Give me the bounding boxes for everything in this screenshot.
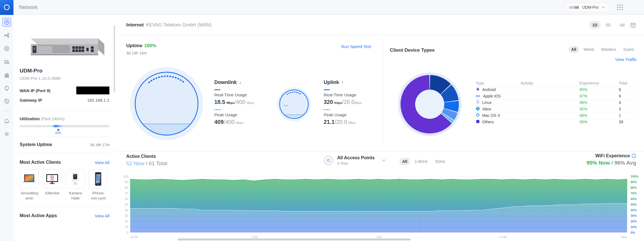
- device-type-label: Mac OS X: [482, 113, 500, 118]
- client-device-types-section: Client Device Types All Wired Wireless G…: [383, 35, 644, 151]
- uptime-duration: 3d 19h 14m: [126, 51, 156, 55]
- uplink-title: Uplink↑: [324, 79, 388, 85]
- device-type-row[interactable]: Android95%8: [476, 86, 636, 93]
- client-thumb-iobroker[interactable]: [43, 169, 62, 188]
- nav-threat-management[interactable]: [3, 97, 11, 106]
- internet-header: Internet KEVAG Telekom GmbH (WAN) 1D 5D …: [116, 15, 644, 35]
- console-selector[interactable]: UDM-Pro: [565, 2, 610, 12]
- experience-value: 96%: [579, 100, 619, 105]
- uplink-stats: Uplink↑ Real-Time Usage 320 Kbps/20.0Mbp…: [324, 79, 388, 125]
- cdt-tab-guest[interactable]: Guest: [621, 46, 637, 53]
- band-tab-5ghz[interactable]: 5GHz: [432, 158, 448, 165]
- realtime-legend-marker: [324, 89, 330, 90]
- client-name: KameraHalle: [66, 191, 85, 201]
- panel-scrollbar[interactable]: [114, 25, 115, 93]
- active-clients-counts: 52 Now / 61 Total: [126, 160, 167, 167]
- band-tab-24ghz[interactable]: 2.4GHz: [412, 158, 431, 165]
- down-arrow-icon: ↓: [239, 80, 241, 85]
- device-type-label: Xbox: [482, 107, 491, 111]
- range-tab-5d[interactable]: 5D: [603, 21, 614, 29]
- nav-clients[interactable]: [3, 58, 11, 66]
- svg-text:iOS: iOS: [476, 95, 480, 97]
- device-type-label: Android: [482, 87, 496, 92]
- panel-divider: [20, 153, 109, 153]
- experience-value: 97%: [579, 94, 619, 98]
- nav-topology[interactable]: [3, 31, 11, 40]
- apps-view-all-link[interactable]: View All: [95, 213, 109, 218]
- wifi-experience-title: WiFi Experience i: [586, 153, 636, 158]
- experience-value: 95%: [579, 120, 619, 124]
- run-speed-test-link[interactable]: Run Speed Test: [341, 44, 371, 49]
- info-icon[interactable]: i: [632, 154, 636, 158]
- topology-icon: [4, 32, 10, 38]
- cdt-tab-wireless[interactable]: Wireless: [598, 46, 619, 53]
- nav-settings[interactable]: [3, 130, 11, 138]
- user-avatar[interactable]: [630, 3, 638, 11]
- client-thumb-kamera-halle[interactable]: [66, 169, 85, 188]
- horizontal-scrollbar[interactable]: [178, 238, 411, 240]
- client-thumb-airvonbenjamin[interactable]: [20, 169, 39, 188]
- wan-ip-row: WAN IP (Port 9): [20, 87, 109, 94]
- most-active-clients-title: Most Active Clients: [20, 160, 61, 165]
- svg-text:30: 30: [125, 214, 128, 217]
- downlink-realtime-value: 18.5 Mbps/400 Mbps: [214, 99, 279, 105]
- svg-text:0%: 0%: [631, 231, 635, 234]
- realtime-legend-marker: [214, 89, 220, 90]
- nav-insights[interactable]: [3, 84, 11, 92]
- svg-text:0: 0: [127, 231, 128, 234]
- app-grid-icon[interactable]: [617, 4, 623, 11]
- svg-text:50: 50: [125, 203, 128, 206]
- experience-value: 98%: [579, 113, 619, 118]
- gateway-ip-label: Gateway IP: [20, 98, 42, 103]
- svg-text:40: 40: [125, 208, 128, 212]
- others-icon: [476, 119, 480, 124]
- unifi-logo-icon: [3, 4, 10, 11]
- svg-text:70: 70: [125, 192, 128, 195]
- linux-icon: [476, 100, 480, 105]
- top-bar: Network UDM-Pro: [0, 0, 644, 15]
- device-type-row[interactable]: Others95%39: [476, 119, 636, 125]
- device-type-row[interactable]: Mac OS X98%1: [476, 112, 636, 119]
- downlink-peak-value: 409/400 Mbps: [214, 119, 279, 125]
- internet-title: Internet: [126, 22, 144, 28]
- device-type-row[interactable]: Linux96%4: [476, 99, 636, 106]
- device-type-row[interactable]: Xbox92%3: [476, 106, 636, 112]
- device-type-row[interactable]: iOSApple iOS97%6: [476, 93, 636, 99]
- band-tab-all[interactable]: All: [399, 158, 410, 165]
- peak-legend-marker: [324, 109, 330, 110]
- svg-text:80: 80: [125, 186, 128, 189]
- access-point-selector[interactable]: All Access Points 4 Total: [323, 155, 385, 166]
- device-type-label: Linux: [482, 100, 491, 105]
- svg-text:60: 60: [125, 197, 128, 201]
- downlink-peak-label: Peak Usage: [214, 112, 279, 117]
- range-tab-1d[interactable]: 1D: [589, 21, 601, 29]
- most-active-apps-title: Most Active Apps: [20, 213, 57, 218]
- view-traffic-link[interactable]: View Traffic: [615, 57, 637, 62]
- nav-rail: [0, 15, 13, 241]
- calendar-icon[interactable]: [630, 22, 636, 28]
- insights-icon: [4, 85, 10, 91]
- wan-ip-label: WAN IP (Port 9): [20, 88, 50, 93]
- nav-dashboard[interactable]: [3, 18, 11, 26]
- svg-text:80%: 80%: [631, 186, 637, 189]
- unifi-logo[interactable]: [0, 0, 13, 15]
- camera-thumbnail: [71, 172, 79, 186]
- console-name: UDM-Pro: [582, 5, 599, 10]
- cdt-tab-wired[interactable]: Wired: [581, 46, 597, 53]
- nav-statistics[interactable]: [3, 71, 11, 79]
- svg-text:40%: 40%: [631, 208, 637, 212]
- downlink-gauge: [130, 67, 204, 141]
- experience-value: 92%: [579, 107, 619, 111]
- client-thumb-iphone-von-lynn[interactable]: [89, 169, 108, 188]
- internet-subtitle: KEVAG Telekom GmbH (WAN): [146, 22, 211, 28]
- nav-devices[interactable]: [3, 44, 11, 53]
- total-value: 3: [619, 107, 636, 111]
- nav-notifications[interactable]: [3, 117, 11, 125]
- range-tab-1m[interactable]: 1M: [616, 21, 628, 29]
- total-value: 4: [619, 100, 636, 105]
- svg-text:90%: 90%: [631, 180, 637, 184]
- cdt-tab-all[interactable]: All: [569, 46, 579, 53]
- clients-view-all-link[interactable]: View All: [95, 160, 109, 165]
- panel-divider: [20, 137, 109, 137]
- system-uptime-row: System Uptime 3d 16h 17m: [20, 142, 109, 147]
